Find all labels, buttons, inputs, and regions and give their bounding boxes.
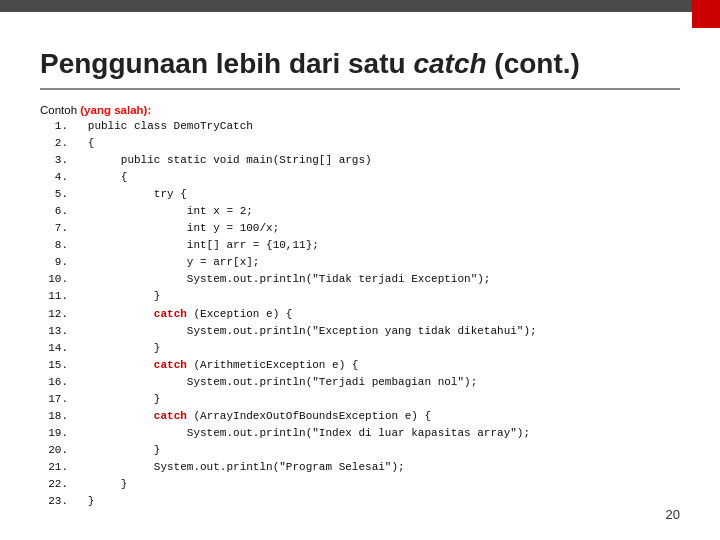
line-code: int[] arr = {10,11}; (68, 237, 680, 254)
line-code: y = arr[x]; (68, 254, 680, 271)
title-suffix: (cont.) (487, 48, 580, 79)
line-code: System.out.println("Tidak terjadi Except… (68, 271, 680, 288)
code-line: 23. } (40, 493, 680, 510)
code-line: 15. catch (ArithmeticException e) { (40, 357, 680, 374)
line-code: } (68, 442, 680, 459)
code-line: 22. } (40, 476, 680, 493)
line-number: 23. (40, 493, 68, 510)
code-line: 10. System.out.println("Tidak terjadi Ex… (40, 271, 680, 288)
line-number: 20. (40, 442, 68, 459)
line-number: 22. (40, 476, 68, 493)
line-number: 7. (40, 220, 68, 237)
line-code: catch (ArithmeticException e) { (68, 357, 680, 374)
line-number: 19. (40, 425, 68, 442)
code-line: 5. try { (40, 186, 680, 203)
line-number: 11. (40, 288, 68, 305)
line-number: 1. (40, 118, 68, 135)
accent-box (692, 0, 720, 28)
code-line: 17. } (40, 391, 680, 408)
code-line: 12. catch (Exception e) { (40, 306, 680, 323)
line-code: } (68, 391, 680, 408)
line-number: 8. (40, 237, 68, 254)
line-number: 17. (40, 391, 68, 408)
line-code: } (68, 340, 680, 357)
code-table: 1. public class DemoTryCatch2. {3. publi… (40, 118, 680, 510)
line-number: 10. (40, 271, 68, 288)
line-code: catch (Exception e) { (68, 306, 680, 323)
title-prefix: Penggunaan lebih dari satu (40, 48, 413, 79)
line-number: 9. (40, 254, 68, 271)
line-number: 13. (40, 323, 68, 340)
label-highlight: (yang salah): (80, 104, 151, 116)
line-code: System.out.println("Index di luar kapasi… (68, 425, 680, 442)
code-line: 4. { (40, 169, 680, 186)
slide: Penggunaan lebih dari satu catch (cont.)… (0, 0, 720, 540)
line-code: } (68, 288, 680, 305)
line-code: System.out.println("Terjadi pembagian no… (68, 374, 680, 391)
line-code: } (68, 493, 680, 510)
code-line: 9. y = arr[x]; (40, 254, 680, 271)
code-line: 8. int[] arr = {10,11}; (40, 237, 680, 254)
line-code: System.out.println("Program Selesai"); (68, 459, 680, 476)
line-number: 3. (40, 152, 68, 169)
code-line: 3. public static void main(String[] args… (40, 152, 680, 169)
code-line: 21. System.out.println("Program Selesai"… (40, 459, 680, 476)
page-number: 20 (666, 507, 680, 522)
line-code: public static void main(String[] args) (68, 152, 680, 169)
code-line: 20. } (40, 442, 680, 459)
line-number: 2. (40, 135, 68, 152)
line-code: try { (68, 186, 680, 203)
line-number: 12. (40, 306, 68, 323)
line-number: 15. (40, 357, 68, 374)
code-line: 6. int x = 2; (40, 203, 680, 220)
label-text: Contoh (40, 104, 80, 116)
line-number: 14. (40, 340, 68, 357)
slide-title: Penggunaan lebih dari satu catch (cont.) (40, 48, 680, 90)
code-label: Contoh (yang salah): (40, 104, 680, 116)
line-code: int y = 100/x; (68, 220, 680, 237)
line-number: 4. (40, 169, 68, 186)
code-line: 2. { (40, 135, 680, 152)
line-number: 6. (40, 203, 68, 220)
line-number: 16. (40, 374, 68, 391)
title-italic: catch (413, 48, 486, 79)
line-code: int x = 2; (68, 203, 680, 220)
line-code: System.out.println("Exception yang tidak… (68, 323, 680, 340)
code-line: 19. System.out.println("Index di luar ka… (40, 425, 680, 442)
line-number: 18. (40, 408, 68, 425)
line-code: } (68, 476, 680, 493)
code-block: 1. public class DemoTryCatch2. {3. publi… (40, 118, 680, 510)
code-line: 7. int y = 100/x; (40, 220, 680, 237)
code-line: 18. catch (ArrayIndexOutOfBoundsExceptio… (40, 408, 680, 425)
code-line: 11. } (40, 288, 680, 305)
line-code: { (68, 135, 680, 152)
top-bar (0, 0, 720, 12)
code-line: 1. public class DemoTryCatch (40, 118, 680, 135)
line-number: 21. (40, 459, 68, 476)
line-code: { (68, 169, 680, 186)
line-code: catch (ArrayIndexOutOfBoundsException e)… (68, 408, 680, 425)
code-line: 13. System.out.println("Exception yang t… (40, 323, 680, 340)
code-line: 14. } (40, 340, 680, 357)
line-code: public class DemoTryCatch (68, 118, 680, 135)
code-line: 16. System.out.println("Terjadi pembagia… (40, 374, 680, 391)
line-number: 5. (40, 186, 68, 203)
